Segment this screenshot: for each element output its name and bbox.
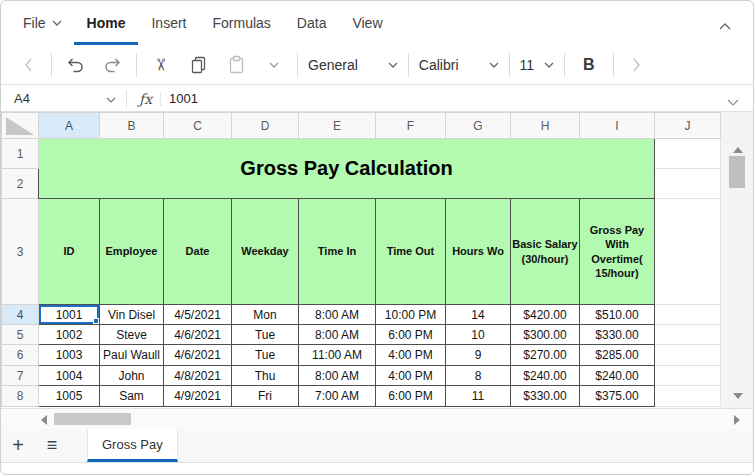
font-name-dropdown[interactable]: Calibri <box>419 57 499 73</box>
table-header-hours-worked[interactable]: Hours Wo <box>446 199 511 305</box>
row-header-3[interactable]: 3 <box>2 199 39 305</box>
ribbon-scroll-right-button[interactable] <box>624 50 650 80</box>
scroll-left-arrow-icon[interactable] <box>41 415 47 425</box>
cell[interactable]: 8:00 AM <box>299 305 376 325</box>
column-header-f[interactable]: F <box>376 113 446 139</box>
cell[interactable]: 4/6/2021 <box>164 345 232 366</box>
add-sheet-button[interactable]: + <box>1 429 35 462</box>
table-header-weekday[interactable]: Weekday <box>232 199 299 305</box>
column-header-d[interactable]: D <box>232 113 299 139</box>
cell[interactable] <box>655 169 721 199</box>
cell[interactable]: 1004 <box>39 366 100 386</box>
cell[interactable]: 4/8/2021 <box>164 366 232 386</box>
file-menu-button[interactable]: File <box>23 1 74 45</box>
copy-button[interactable] <box>185 50 211 80</box>
row-header-1[interactable]: 1 <box>2 139 39 169</box>
table-header-employee[interactable]: Employee <box>100 199 164 305</box>
cell[interactable] <box>655 199 721 305</box>
table-header-basic-salary[interactable]: Basic Salary (30/hour) <box>511 199 580 305</box>
cell[interactable]: Steve <box>100 325 164 345</box>
row-header-5[interactable]: 5 <box>2 325 39 345</box>
insert-function-icon[interactable]: ƒx <box>127 91 160 107</box>
cell[interactable] <box>655 366 721 386</box>
tab-formulas[interactable]: Formulas <box>199 1 283 45</box>
formula-bar-input[interactable]: 1001 <box>169 91 198 106</box>
tab-home[interactable]: Home <box>74 1 139 45</box>
cell[interactable] <box>655 386 721 407</box>
row-header-8[interactable]: 8 <box>2 386 39 407</box>
cell[interactable] <box>655 325 721 345</box>
table-header-id[interactable]: ID <box>39 199 100 305</box>
merged-title-cell[interactable]: Gross Pay Calculation <box>39 139 655 199</box>
row-header-6[interactable]: 6 <box>2 345 39 366</box>
column-header-g[interactable]: G <box>446 113 511 139</box>
horizontal-scrollbar-thumb[interactable] <box>54 413 131 425</box>
cell[interactable]: $240.00 <box>580 366 655 386</box>
cell[interactable]: 7:00 AM <box>299 386 376 407</box>
cell[interactable]: Fri <box>232 386 299 407</box>
cell[interactable]: 6:00 PM <box>376 325 446 345</box>
cell[interactable]: 4/5/2021 <box>164 305 232 325</box>
undo-button[interactable] <box>62 50 88 80</box>
scroll-up-arrow-icon[interactable] <box>733 147 743 153</box>
cell[interactable]: Tue <box>232 345 299 366</box>
table-header-time-out[interactable]: Time Out <box>376 199 446 305</box>
fill-handle[interactable] <box>93 318 99 324</box>
column-header-a[interactable]: A <box>39 113 100 139</box>
cell[interactable]: Tue <box>232 325 299 345</box>
cell[interactable]: 8 <box>446 366 511 386</box>
tab-data[interactable]: Data <box>284 1 340 45</box>
cell[interactable]: John <box>100 366 164 386</box>
cell[interactable]: Paul Waull <box>100 345 164 366</box>
cell[interactable]: 8:00 AM <box>299 366 376 386</box>
cell[interactable]: 6:00 PM <box>376 386 446 407</box>
tab-insert[interactable]: Insert <box>138 1 199 45</box>
cell[interactable]: 10 <box>446 325 511 345</box>
redo-button[interactable] <box>100 50 126 80</box>
number-format-dropdown[interactable]: General <box>308 57 398 73</box>
sheet-tab-gross-pay[interactable]: Gross Pay <box>87 429 178 462</box>
cell[interactable]: 10:00 PM <box>376 305 446 325</box>
select-all-corner[interactable] <box>2 113 39 139</box>
expand-formula-bar-button[interactable] <box>727 94 739 109</box>
column-header-j[interactable]: J <box>655 113 721 139</box>
cell[interactable]: Sam <box>100 386 164 407</box>
row-header-2[interactable]: 2 <box>2 169 39 199</box>
cell[interactable]: 1003 <box>39 345 100 366</box>
cell[interactable]: 4/6/2021 <box>164 325 232 345</box>
cell[interactable]: 9 <box>446 345 511 366</box>
cell[interactable]: $240.00 <box>511 366 580 386</box>
horizontal-scrollbar[interactable] <box>1 408 753 429</box>
cell-A4-selected[interactable]: 1001 <box>39 305 100 325</box>
cell[interactable]: 4:00 PM <box>376 366 446 386</box>
paste-options-dropdown[interactable] <box>261 50 287 80</box>
ribbon-scroll-left-button[interactable] <box>15 50 41 80</box>
table-header-gross-pay[interactable]: Gross Pay With Overtime( 15/hour) <box>580 199 655 305</box>
vertical-scrollbar[interactable] <box>721 112 754 408</box>
row-header-7[interactable]: 7 <box>2 366 39 386</box>
cell[interactable]: $330.00 <box>580 325 655 345</box>
cell[interactable] <box>655 305 721 325</box>
column-header-b[interactable]: B <box>100 113 164 139</box>
column-header-e[interactable]: E <box>299 113 376 139</box>
vertical-scrollbar-thumb[interactable] <box>729 156 745 188</box>
cell[interactable]: 4:00 PM <box>376 345 446 366</box>
column-header-i[interactable]: I <box>580 113 655 139</box>
tab-view[interactable]: View <box>339 1 395 45</box>
row-header-4[interactable]: 4 <box>2 305 39 325</box>
cell[interactable]: Vin Disel <box>100 305 164 325</box>
cell[interactable]: 14 <box>446 305 511 325</box>
collapse-ribbon-button[interactable] <box>719 16 731 34</box>
cell[interactable]: $375.00 <box>580 386 655 407</box>
table-header-date[interactable]: Date <box>164 199 232 305</box>
cell[interactable]: $510.00 <box>580 305 655 325</box>
table-header-time-in[interactable]: Time In <box>299 199 376 305</box>
column-header-h[interactable]: H <box>511 113 580 139</box>
cell[interactable]: Mon <box>232 305 299 325</box>
cell[interactable] <box>655 345 721 366</box>
cell[interactable]: 4/9/2021 <box>164 386 232 407</box>
cell[interactable]: $270.00 <box>511 345 580 366</box>
cell[interactable]: $285.00 <box>580 345 655 366</box>
name-box[interactable]: A4 <box>1 91 126 106</box>
cut-button[interactable]: ✂ <box>147 50 173 80</box>
